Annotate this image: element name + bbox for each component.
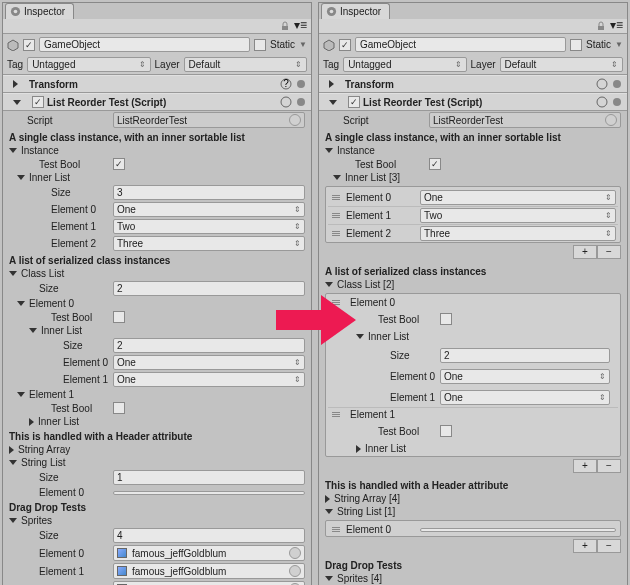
innerlist-foldout[interactable]: Inner List [330, 442, 616, 455]
innerlist-foldout[interactable]: Inner List [330, 330, 616, 343]
tag-dropdown[interactable]: Untagged⇕ [343, 57, 466, 72]
instance-foldout[interactable]: Instance [319, 144, 627, 157]
element-field[interactable]: Three⇕ [113, 236, 305, 251]
testbool-checkbox[interactable] [113, 311, 125, 323]
list-add-button[interactable]: + [573, 459, 597, 473]
list-item[interactable]: Element 0One⇕ [328, 189, 618, 207]
drag-handle-icon[interactable] [330, 412, 342, 417]
layer-dropdown[interactable]: Default⇕ [184, 57, 307, 72]
size-field[interactable]: 2 [440, 348, 610, 363]
script-component-header[interactable]: List Reorder Test (Script) [319, 93, 627, 111]
innerlist-foldout[interactable]: Inner List [3] [319, 171, 627, 184]
element-field[interactable]: One⇕ [420, 190, 616, 205]
gameobject-name-field[interactable]: GameObject [39, 37, 250, 52]
script-field[interactable]: ListReorderTest [113, 112, 305, 128]
size-field[interactable]: 2 [113, 281, 305, 296]
element1-foldout[interactable]: Element 1 [3, 388, 311, 401]
help-icon[interactable] [596, 96, 608, 108]
transition-arrow-icon [276, 295, 356, 347]
element-field[interactable]: Three⇕ [420, 226, 616, 241]
list-add-button[interactable]: + [573, 539, 597, 553]
element-field[interactable]: One⇕ [113, 372, 305, 387]
lock-icon[interactable] [280, 21, 290, 31]
testbool-checkbox[interactable] [113, 158, 125, 170]
list-item[interactable]: Element 0 Test Bool Inner List Size2 Ele… [328, 296, 618, 408]
testbool-checkbox[interactable] [113, 402, 125, 414]
drag-handle-icon[interactable] [330, 527, 342, 532]
object-picker-icon[interactable] [289, 547, 301, 559]
sprites-foldout[interactable]: Sprites [3, 514, 311, 527]
element-field[interactable]: One⇕ [113, 202, 305, 217]
innerlist-foldout[interactable]: Inner List [3, 171, 311, 184]
help-icon[interactable] [596, 78, 608, 90]
testbool-checkbox[interactable] [440, 425, 452, 437]
list-remove-button[interactable]: − [597, 245, 621, 259]
active-checkbox[interactable] [339, 39, 351, 51]
list-item[interactable]: Element 0 [328, 523, 618, 536]
component-enabled-checkbox[interactable] [32, 96, 44, 108]
element-field[interactable]: One⇕ [440, 390, 610, 405]
testbool-checkbox[interactable] [429, 158, 441, 170]
inspector-tab[interactable]: Inspector [5, 3, 74, 19]
sprites-foldout[interactable]: Sprites [4] [319, 572, 627, 585]
size-field[interactable]: 4 [113, 528, 305, 543]
stringlist-foldout[interactable]: String List [3, 456, 311, 469]
list-item[interactable]: Element 1Two⇕ [328, 207, 618, 225]
classlist-foldout[interactable]: Class List [3, 267, 311, 280]
instance-foldout[interactable]: Instance [3, 144, 311, 157]
drag-handle-icon[interactable] [330, 213, 342, 218]
list-remove-button[interactable]: − [597, 539, 621, 553]
object-picker-icon[interactable] [289, 114, 301, 126]
drag-handle-icon[interactable] [330, 195, 342, 200]
static-dropdown-icon[interactable]: ▼ [299, 40, 307, 49]
component-enabled-checkbox[interactable] [348, 96, 360, 108]
sprite-field[interactable]: famous_jeffGoldblum [113, 563, 305, 579]
sprite-field[interactable]: famous_jeffGoldblum [113, 581, 305, 585]
inspector-tab[interactable]: Inspector [321, 3, 390, 19]
gear-icon[interactable] [295, 96, 307, 108]
element-field[interactable]: Two⇕ [420, 208, 616, 223]
sprite-field[interactable]: famous_jeffGoldblum [113, 545, 305, 561]
element-field[interactable]: Two⇕ [113, 219, 305, 234]
list-remove-button[interactable]: − [597, 459, 621, 473]
element0-foldout[interactable]: Element 0 [3, 297, 311, 310]
layer-dropdown[interactable]: Default⇕ [500, 57, 623, 72]
innerlist-foldout[interactable]: Inner List [3, 415, 311, 428]
layer-label: Layer [155, 59, 180, 70]
element-field[interactable] [420, 528, 616, 532]
tag-dropdown[interactable]: Untagged⇕ [27, 57, 150, 72]
stringlist-foldout[interactable]: String List [1] [319, 505, 627, 518]
list-item[interactable]: Element 2Three⇕ [328, 225, 618, 242]
stringarray-foldout[interactable]: String Array [3, 443, 311, 456]
active-checkbox[interactable] [23, 39, 35, 51]
help-icon[interactable]: ? [280, 78, 292, 90]
transform-header[interactable]: Transform [319, 75, 627, 93]
size-field[interactable]: 1 [113, 470, 305, 485]
drag-handle-icon[interactable] [330, 231, 342, 236]
gear-icon[interactable] [611, 78, 623, 90]
gear-icon[interactable] [611, 96, 623, 108]
script-label: Script [9, 115, 109, 126]
panel-menu-icon[interactable]: ▾≡ [294, 21, 307, 31]
stringarray-foldout[interactable]: String Array [4] [319, 492, 627, 505]
testbool-checkbox[interactable] [440, 313, 452, 325]
panel-menu-icon[interactable]: ▾≡ [610, 21, 623, 31]
script-field[interactable]: ListReorderTest [429, 112, 621, 128]
help-icon[interactable] [280, 96, 292, 108]
element-field[interactable]: One⇕ [440, 369, 610, 384]
size-field[interactable]: 3 [113, 185, 305, 200]
transform-header[interactable]: Transform ? [3, 75, 311, 93]
innerlist-foldout[interactable]: Inner List [3, 324, 311, 337]
element-field[interactable]: One⇕ [113, 355, 305, 370]
classlist-foldout[interactable]: Class List [2] [319, 278, 627, 291]
static-checkbox[interactable] [254, 39, 266, 51]
static-dropdown-icon[interactable]: ▼ [615, 40, 623, 49]
list-add-button[interactable]: + [573, 245, 597, 259]
list-item[interactable]: Element 1 Test Bool Inner List [328, 408, 618, 456]
static-checkbox[interactable] [570, 39, 582, 51]
lock-icon[interactable] [596, 21, 606, 31]
script-component-header[interactable]: List Reorder Test (Script) [3, 93, 311, 111]
element-field[interactable] [113, 491, 305, 495]
gear-icon[interactable] [295, 78, 307, 90]
gameobject-name-field[interactable]: GameObject [355, 37, 566, 52]
